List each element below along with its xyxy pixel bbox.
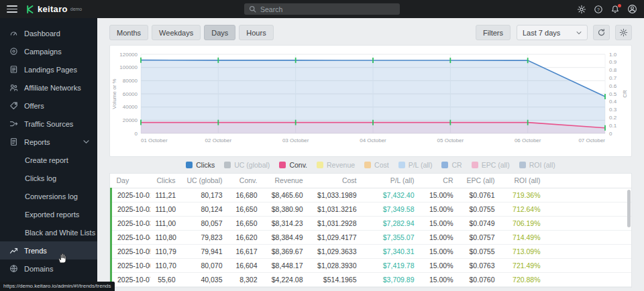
sidebar-item-conversions-log[interactable]: Conversions log [0, 187, 97, 205]
column-header-cr[interactable]: CR [420, 174, 459, 188]
svg-text:05 October: 05 October [437, 137, 464, 143]
refresh-button[interactable] [593, 25, 610, 40]
sidebar-item-affiliate-networks[interactable]: Affiliate Networks [0, 78, 97, 97]
tab-months[interactable]: Months [109, 25, 148, 40]
legend-cost[interactable]: Cost [364, 161, 389, 169]
sidebar-item-campaigns[interactable]: Campaigns [0, 42, 97, 60]
chart-settings-button[interactable] [615, 25, 632, 40]
sidebar-item-create-report[interactable]: Create report [0, 151, 97, 169]
column-header-day[interactable]: Day [111, 174, 150, 188]
settings-icon[interactable] [577, 5, 586, 14]
cell-clicks: 111,00 [150, 202, 181, 216]
legend-epc-all[interactable]: EPC (all) [472, 161, 510, 169]
legend-cr[interactable]: CR [441, 161, 462, 169]
toolbar: MonthsWeekdaysDaysHours Filters Last 7 d… [97, 18, 644, 45]
table-row[interactable]: 2025-10-01111,2180,17316,680$8,465.60$1,… [111, 188, 632, 202]
menu-toggle-button[interactable] [7, 5, 17, 13]
svg-text:01 October: 01 October [141, 137, 168, 143]
column-header-uc-global[interactable]: UC (global) [181, 174, 228, 188]
cell-p-l-all: $7,282.94 [362, 216, 420, 230]
date-range-value: Last 7 days [523, 29, 560, 37]
sidebar-item-trends[interactable]: Trends [0, 241, 97, 259]
table-scrollbar[interactable] [627, 190, 631, 227]
tab-days[interactable]: Days [204, 25, 235, 40]
legend-p-l-all[interactable]: P/L (all) [398, 161, 433, 169]
column-header-conv[interactable]: Conv. [228, 174, 263, 188]
cell-uc-global: 79,941 [181, 244, 228, 258]
legend-color-box [441, 162, 448, 168]
app-logo[interactable]: keitaro demo [26, 4, 82, 14]
sidebar-item-exported-reports[interactable]: Exported reports [0, 205, 97, 223]
table-row[interactable]: 2025-10-06110,7080,07016,604$8,448.17$1,… [111, 258, 632, 272]
legend-revenue[interactable]: Revenue [317, 161, 355, 169]
legend-roi-all[interactable]: ROI (all) [519, 161, 555, 169]
legend-conv[interactable]: Conv. [279, 161, 307, 169]
sidebar-item-label: Reports [24, 138, 50, 146]
user-avatar[interactable] [627, 4, 637, 14]
sidebar-item-landings-pages[interactable]: Landings Pages [0, 60, 97, 78]
help-icon[interactable]: ? [594, 5, 603, 14]
column-header-epc-all[interactable]: EPC (all) [459, 174, 500, 188]
trends-chart-svg: 02000040000600008000010000012000001 Octo… [110, 48, 631, 154]
search-input[interactable]: Search [244, 3, 400, 15]
sidebar-item-clicks-log[interactable]: Clicks log [0, 169, 97, 187]
table-row[interactable]: 2025-10-02111,0080,12416,650$8,380.90$1,… [111, 202, 632, 216]
date-range-select[interactable]: Last 7 days [517, 25, 588, 40]
legend-label: UC (global) [234, 161, 270, 169]
legend-uc-global[interactable]: UC (global) [224, 161, 270, 169]
sidebar-item-traffic-sources[interactable]: Traffic Sources [0, 115, 97, 133]
legend-clicks[interactable]: Clicks [186, 161, 215, 169]
svg-text:0.2: 0.2 [609, 115, 617, 121]
column-header-clicks[interactable]: Clicks [150, 174, 181, 188]
cell-roi-all: 714.49% [500, 230, 546, 244]
cell-revenue: $8,314.23 [263, 216, 309, 230]
sidebar-item-label: Offers [24, 102, 44, 110]
cell-p-l-all: $7,349.58 [362, 202, 420, 216]
cell-cost: $514.1965 [309, 272, 362, 286]
svg-text:0.8: 0.8 [609, 67, 617, 73]
domains-icon [9, 264, 18, 273]
cell-uc-global: 80,057 [181, 216, 228, 230]
table-row[interactable]: 2025-10-03111,0080,05716,650$8,314.23$1,… [111, 216, 632, 230]
cell-day: 2025-10-04 [111, 230, 150, 244]
sidebar-item-offers[interactable]: Offers [0, 97, 97, 115]
svg-text:0.4: 0.4 [609, 99, 617, 105]
filters-button[interactable]: Filters [476, 25, 511, 40]
svg-text:02 October: 02 October [205, 137, 232, 143]
cell-epc-all: $0.0755 [459, 202, 500, 216]
cell-day: 2025-10-02 [111, 202, 150, 216]
column-header-roi-all[interactable]: ROI (all) [500, 174, 546, 188]
svg-text:0: 0 [609, 131, 612, 137]
tab-weekdays[interactable]: Weekdays [152, 25, 201, 40]
sidebar-item-domains[interactable]: Domains [0, 259, 97, 278]
table-row[interactable]: 2025-10-0755,6040,0358,302$4,224.08$514.… [111, 272, 632, 286]
cell-epc-all: $0.0761 [459, 188, 500, 202]
svg-text:60000: 60000 [123, 91, 138, 97]
sidebar-item-black-and-white-lists[interactable]: Black and White Lists [0, 223, 97, 241]
brand-name: keitaro [38, 4, 68, 14]
cell-cost: $1,031.3216 [309, 202, 362, 216]
cell-roi-all: 721.49% [500, 258, 546, 272]
cell-day: 2025-10-07 [111, 272, 150, 286]
trends-table-card: DayClicksUC (global)Conv.RevenueCostP/L … [109, 173, 632, 288]
cell-filler [546, 272, 632, 286]
column-header-revenue[interactable]: Revenue [263, 174, 309, 188]
cell-clicks: 111,21 [150, 188, 181, 202]
gear-icon [619, 28, 628, 37]
notifications-icon[interactable] [610, 5, 620, 14]
table-row[interactable]: 2025-10-05110,7979,94116,617$8,369.67$1,… [111, 244, 632, 258]
svg-text:1.0: 1.0 [609, 52, 617, 58]
sidebar-item-dashboard[interactable]: Dashboard [0, 24, 97, 42]
sidebar-item-reports[interactable]: Reports [0, 133, 97, 151]
cell-day: 2025-10-06 [111, 258, 150, 272]
cell-day: 2025-10-05 [111, 244, 150, 258]
chart-legend: ClicksUC (global)Conv.RevenueCostP/L (al… [97, 157, 644, 173]
cell-conv: 16,680 [228, 188, 263, 202]
column-header-p-l-all[interactable]: P/L (all) [362, 174, 420, 188]
table-header-row: DayClicksUC (global)Conv.RevenueCostP/L … [111, 174, 632, 188]
column-header-cost[interactable]: Cost [309, 174, 362, 188]
cell-roi-all: 720.88% [500, 272, 546, 286]
cell-p-l-all: $7,419.78 [362, 258, 420, 272]
tab-hours[interactable]: Hours [239, 25, 273, 40]
table-row[interactable]: 2025-10-04110,8079,82316,620$8,384.49$1,… [111, 230, 632, 244]
